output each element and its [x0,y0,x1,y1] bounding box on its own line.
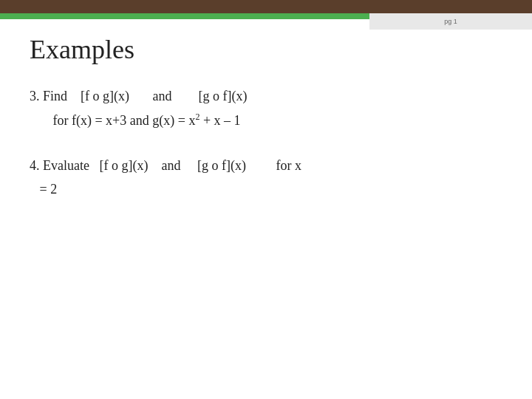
problem-4-line1: 4. Evaluate [f o g](x) and [g o f](x) fo… [30,155,502,177]
problem-3-text: 3. Find [f o g](x) and [g o f](x) for f(… [30,86,502,132]
top-decorative-bar [0,0,532,13]
page-number: pg 1 [444,18,457,25]
problem-3-line1: 3. Find [f o g](x) and [g o f](x) [30,86,502,107]
problem-4-line2: = 2 [30,179,502,200]
slide-content: Examples 3. Find [f o g](x) and [g o f](… [30,34,502,384]
problem-4-text: 4. Evaluate [f o g](x) and [g o f](x) fo… [30,155,502,201]
page-number-area: pg 1 [369,13,532,30]
problem-3-block: 3. Find [f o g](x) and [g o f](x) for f(… [30,86,502,132]
problem-3-line2: for f(x) = x+3 and g(x) = x2 + x – 1 [30,110,502,132]
problem-4-block: 4. Evaluate [f o g](x) and [g o f](x) fo… [30,155,502,201]
slide-title: Examples [30,34,502,65]
